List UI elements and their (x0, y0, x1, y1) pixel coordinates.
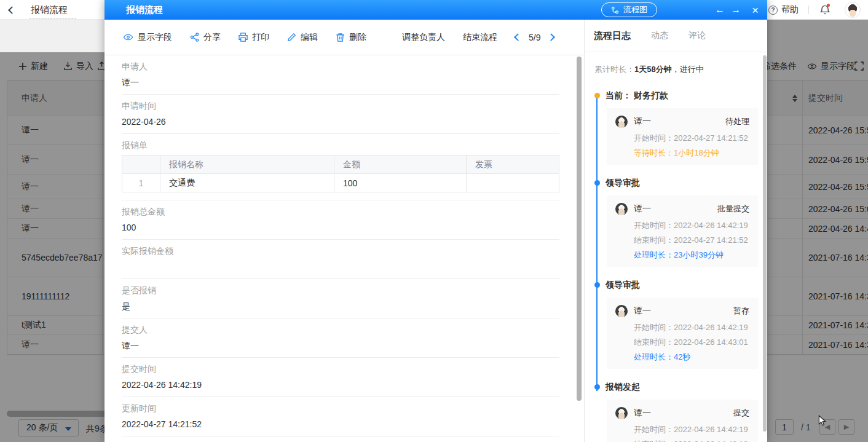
pager-prev-icon[interactable] (514, 33, 522, 41)
expense-table-row[interactable]: 1 交通费 100 (122, 174, 559, 192)
timeline-step-title: 报销发起 (594, 381, 757, 393)
status-badge: 待处理 (725, 116, 749, 127)
timeline-step-title: 领导审批 (594, 278, 757, 291)
share-button[interactable]: 分享 (190, 32, 221, 43)
help-icon[interactable]: ? (768, 6, 778, 15)
user-avatar (615, 203, 628, 215)
timeline-card: 谭一 待处理 开始时间：2022-04-27 14:21:52 等待时长：1小时… (607, 108, 758, 165)
title-dashed-underline (30, 18, 76, 19)
process-timeline: 当前： 财务打款 谭一 待处理 开始时间：2022-04-27 14:21:52… (594, 89, 757, 442)
timeline-dot-current (594, 93, 600, 98)
timeline-card: 谭一 提交 开始时间：2022-04-26 14:42:19 结束时间：2022… (607, 400, 758, 442)
record-pager: 5/9 (515, 33, 554, 42)
prev-record-arrow-icon[interactable]: ← (715, 5, 725, 15)
notification-dot (827, 4, 830, 7)
modal-header: 报销流程 流程图 ← → × (105, 0, 767, 20)
detail-toolbar: 显示字段 分享 打印 编辑 删除 调 (105, 20, 584, 55)
log-body: 累计时长：1天58分钟，进行中 当前： 财务打款 谭一 待处理 (585, 52, 767, 442)
timeline-card: 谭一 批量提交 开始时间：2022-04-26 14:42:19 结束时间：20… (607, 195, 758, 267)
log-scrollbar[interactable] (763, 55, 767, 432)
field-update-time: 更新时间 2022-04-27 14:21:52 (122, 397, 559, 436)
end-flow-button[interactable]: 结束流程 (463, 32, 497, 43)
next-record-arrow-icon[interactable]: → (731, 5, 741, 15)
help-label[interactable]: 帮助 (781, 4, 799, 15)
expense-items-table: 报销名称 金额 发票 1 交通费 100 (122, 155, 559, 192)
timeline-connector (596, 95, 598, 391)
log-tabs: 流程日志 动态 评论 (585, 20, 767, 52)
timeline-dot (594, 282, 600, 288)
field-applicant: 申请人 谭一 (122, 55, 559, 95)
detail-form: 申请人 谭一 申请时间 2022-04-26 报销单 报销名称 金额 发票 (105, 55, 584, 442)
field-is-reimbursed: 是否报销 是 (122, 279, 559, 318)
timeline-dot (594, 180, 600, 186)
detail-pane: 显示字段 分享 打印 编辑 删除 调 (105, 20, 584, 442)
pager-position: 5/9 (529, 33, 540, 42)
process-log-pane: 流程日志 动态 评论 累计时长：1天58分钟，进行中 当前： 财务打款 (584, 20, 767, 442)
status-badge: 批量提交 (717, 203, 749, 215)
show-fields-button[interactable]: 显示字段 (123, 32, 172, 43)
page-title: 报销流程 (31, 4, 68, 16)
field-submitter: 提交人 谭一 (122, 318, 559, 358)
timeline-step-title: 当前： 财务打款 (594, 89, 757, 101)
tab-process-log[interactable]: 流程日志 (594, 30, 631, 42)
flowchart-button[interactable]: 流程图 (601, 2, 657, 17)
delete-button[interactable]: 删除 (336, 32, 366, 43)
user-avatar (615, 407, 628, 419)
total-duration: 累计时长：1天58分钟，进行中 (594, 64, 757, 75)
timeline-card: 谭一 暂存 开始时间：2022-04-26 14:42:19 结束时间：2022… (607, 298, 758, 369)
tab-activity[interactable]: 动态 (651, 30, 668, 41)
field-apply-date: 申请时间 2022-04-26 (122, 95, 559, 134)
field-actual-amount: 实际报销金额 (122, 240, 559, 279)
user-avatar (615, 305, 628, 317)
record-detail-modal: 报销流程 流程图 ← → × 显示字段 分享 (105, 0, 767, 442)
print-button[interactable]: 打印 (239, 32, 269, 43)
back-icon[interactable] (8, 6, 16, 14)
bg-subheader-strip (0, 20, 105, 52)
status-badge: 暂存 (733, 306, 749, 317)
topbar-divider (808, 6, 809, 14)
user-avatar (615, 116, 628, 128)
field-submit-time: 提交时间 2022-04-26 14:42:19 (122, 358, 559, 397)
field-total-amount: 报销总金额 100 (122, 200, 559, 240)
notification-bell-icon[interactable] (819, 4, 831, 16)
tab-comments[interactable]: 评论 (688, 30, 706, 41)
modal-mask-left (0, 52, 105, 442)
user-avatar[interactable] (845, 2, 861, 18)
field-expense-items: 报销单 报销名称 金额 发票 1 交通费 100 (122, 134, 559, 200)
expense-table-header: 报销名称 金额 发票 (122, 156, 559, 174)
modal-mask-right (767, 20, 868, 442)
modal-title: 报销流程 (126, 4, 163, 16)
edit-button[interactable]: 编辑 (287, 32, 318, 43)
reassign-owner-button[interactable]: 调整负责人 (402, 32, 445, 43)
pager-next-icon[interactable] (548, 33, 556, 41)
detail-scrollbar[interactable] (577, 57, 582, 401)
timeline-step-title: 领导审批 (594, 176, 757, 189)
close-icon[interactable]: × (752, 4, 759, 16)
field-flow-status: 流程状态 (122, 436, 559, 442)
status-badge: 提交 (733, 408, 749, 419)
timeline-dot (594, 384, 600, 390)
